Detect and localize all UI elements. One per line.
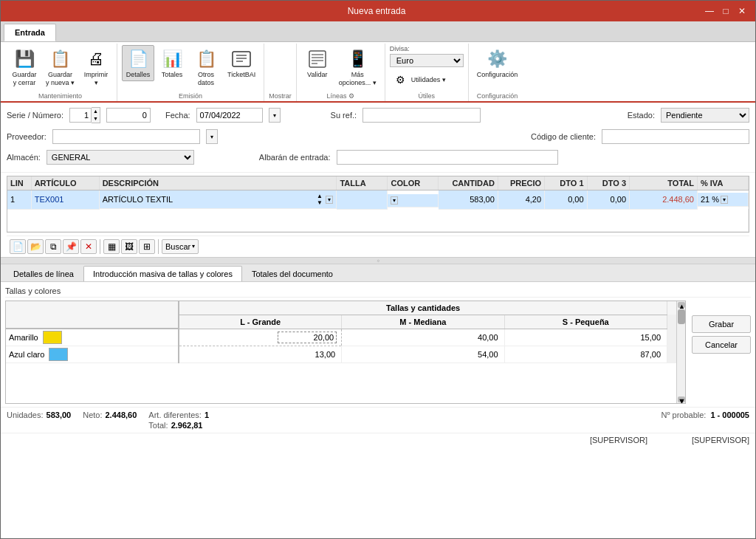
- scroll-down-arrow[interactable]: ▼: [678, 396, 685, 402]
- utilidades-icon: ⚙: [394, 72, 408, 87]
- paste-row-button[interactable]: 📌: [63, 239, 79, 254]
- buscar-button[interactable]: Buscar ▾: [162, 239, 199, 254]
- cell-iva: 21 % ▾: [698, 193, 749, 207]
- tab-totales-doc[interactable]: Totales del documento: [242, 266, 343, 281]
- serie-input[interactable]: [69, 108, 92, 123]
- sizes-grid: Tallas y cantidades L - Grande M - Media…: [5, 301, 686, 404]
- color-cell-amarillo: Amarillo: [6, 329, 179, 346]
- color-dropdown-icon: ▾: [391, 196, 398, 205]
- guardar-cerrar-button[interactable]: 💾 Guardary cerrar: [8, 45, 41, 89]
- cell-cantidad: 583,00: [439, 190, 498, 210]
- art-diferentes-value: 1: [205, 411, 209, 419]
- configuracion-label: Configuración: [477, 71, 518, 79]
- codigo-cliente-label: Código de cliente:: [531, 132, 596, 141]
- cell-articulo: TEX001: [31, 190, 99, 210]
- qty-amarillo-L[interactable]: [179, 329, 341, 346]
- copy-row-button[interactable]: ⧉: [45, 239, 61, 254]
- scroll-space-r1: [667, 329, 677, 346]
- col-precio: PRECIO: [498, 176, 544, 190]
- close-button[interactable]: ✕: [735, 4, 749, 18]
- maximize-button[interactable]: □: [718, 4, 733, 18]
- tab-detalles-linea[interactable]: Detalles de línea: [4, 266, 83, 281]
- serie-up-icon[interactable]: ▲: [92, 108, 100, 115]
- table-header-row: LIN ARTÍCULO DESCRIPCIÓN TALLA COLOR CAN…: [7, 176, 749, 190]
- detalles-button[interactable]: 📄 Detalles: [122, 45, 154, 81]
- almacen-label: Almacén:: [7, 153, 41, 162]
- cell-dto1: 0,00: [545, 190, 587, 210]
- buscar-label: Buscar: [165, 242, 190, 251]
- sizes-scrollbar[interactable]: ▲ ▼: [676, 301, 685, 403]
- stat-unidades: Unidades: 583,00: [7, 411, 71, 419]
- imprimir-icon: 🖨: [84, 47, 108, 71]
- ribbon-group-mantenimiento: 💾 Guardary cerrar 📋 Guardary nueva ▾ 🖨 I…: [4, 44, 117, 101]
- grabar-button[interactable]: Grabar: [692, 315, 751, 333]
- new-row-button[interactable]: 📄: [10, 239, 26, 254]
- su-ref-input[interactable]: [362, 108, 481, 123]
- delete-row-button[interactable]: ✕: [80, 239, 97, 254]
- qty-azul-S: 87,00: [504, 346, 667, 363]
- resize-bar[interactable]: ⬦: [1, 257, 755, 264]
- ribbon-group-utiles-label: Útiles: [419, 92, 436, 100]
- totales-button[interactable]: 📊 Totales: [156, 45, 188, 81]
- stat-art-diferentes: Art. diferentes: 1: [148, 411, 209, 419]
- configuracion-button[interactable]: ⚙️ Configuración: [473, 45, 522, 81]
- table-row[interactable]: 1 TEX001 ARTÍCULO TEXTIL ▲ ▼ ▾: [7, 190, 749, 210]
- scroll-track: [677, 309, 685, 396]
- open-row-button[interactable]: 📂: [27, 239, 44, 254]
- albaran-label: Albarán de entrada:: [259, 153, 331, 162]
- scroll-up-arrow[interactable]: ▲: [678, 302, 685, 308]
- validar-button[interactable]: Validar: [301, 45, 334, 81]
- ribbon-group-emision-label: Emisión: [179, 92, 202, 100]
- img3-button[interactable]: ⊞: [139, 239, 155, 254]
- divisa-select[interactable]: Euro: [390, 54, 464, 67]
- almacen-select[interactable]: GENERAL: [47, 150, 194, 165]
- mas-opciones-button[interactable]: 📱 Másopciones... ▾: [335, 45, 380, 89]
- fecha-input[interactable]: [196, 108, 263, 123]
- ribbon-group-mostrar-label: Mostrar: [269, 92, 292, 100]
- window-controls: — □ ✕: [702, 4, 749, 18]
- scroll-thumb[interactable]: [678, 309, 685, 324]
- sizes-title: Tallas y colores: [5, 285, 751, 298]
- serie-down-icon[interactable]: ▼: [92, 115, 100, 123]
- sizes-grid-inner: Tallas y cantidades L - Grande M - Media…: [6, 301, 676, 403]
- ribbon-group-lineas-label: Líneas ⚙: [326, 92, 354, 100]
- su-ref-label: Su ref.:: [331, 111, 357, 120]
- neto-value: 2.448,60: [106, 411, 137, 419]
- col-lin: LIN: [7, 176, 31, 190]
- imprimir-button[interactable]: 🖨 Imprimir▾: [80, 45, 112, 89]
- col-dto1: DTO 1: [545, 176, 587, 190]
- total-label: Total:: [148, 421, 168, 430]
- guardar-cerrar-icon: 💾: [13, 47, 36, 71]
- guardar-nueva-icon: 📋: [49, 47, 72, 71]
- tab-intro-masiva[interactable]: Introducción masiva de tallas y colores: [83, 266, 242, 281]
- serie-spinner-buttons[interactable]: ▲ ▼: [92, 107, 100, 123]
- utilidades-button[interactable]: ⚙ Utilidades ▾: [390, 70, 464, 89]
- img2-button[interactable]: 🖼: [121, 239, 137, 254]
- col-iva: % IVA: [697, 176, 748, 190]
- otros-datos-button[interactable]: 📋 Otrosdatos: [190, 45, 222, 89]
- albaran-input[interactable]: [337, 150, 558, 165]
- minimize-button[interactable]: —: [702, 4, 717, 18]
- col-color: COLOR: [388, 176, 439, 190]
- estado-select[interactable]: Pendiente: [661, 108, 749, 123]
- ribbon-group-mostrar: Mostrar: [264, 44, 297, 101]
- cancelar-button[interactable]: Cancelar: [692, 336, 751, 354]
- upper-section: Serie / Número: ▲ ▼ Fecha: ▾ Su ref.: Es…: [1, 103, 755, 257]
- ticketbai-label: TicketBAI: [227, 71, 255, 79]
- detalles-icon: 📄: [126, 47, 150, 71]
- fecha-dropdown-button[interactable]: ▾: [269, 108, 281, 123]
- tab-entrada[interactable]: Entrada: [4, 24, 56, 41]
- codigo-cliente-input[interactable]: [602, 129, 749, 144]
- guardar-nueva-button[interactable]: 📋 Guardary nueva ▾: [42, 45, 78, 89]
- cell-dto3: 0,00: [587, 190, 629, 210]
- proveedor-dropdown-button[interactable]: ▾: [206, 129, 218, 144]
- img1-button[interactable]: ▦: [103, 239, 120, 254]
- ticketbai-button[interactable]: TicketBAI: [224, 45, 259, 81]
- ribbon-group-config: ⚙️ Configuración Configuración: [469, 44, 526, 101]
- stat-probable: Nº probable: 1 - 000005: [662, 411, 750, 419]
- qty-azul-M: 54,00: [342, 346, 504, 363]
- proveedor-input[interactable]: [52, 129, 200, 144]
- qty-input-amarillo-L[interactable]: [278, 332, 337, 343]
- numero-input[interactable]: [106, 108, 151, 123]
- table-toolbar: 📄 📂 ⧉ 📌 ✕ ▦ 🖼 ⊞ Buscar ▾: [7, 236, 749, 257]
